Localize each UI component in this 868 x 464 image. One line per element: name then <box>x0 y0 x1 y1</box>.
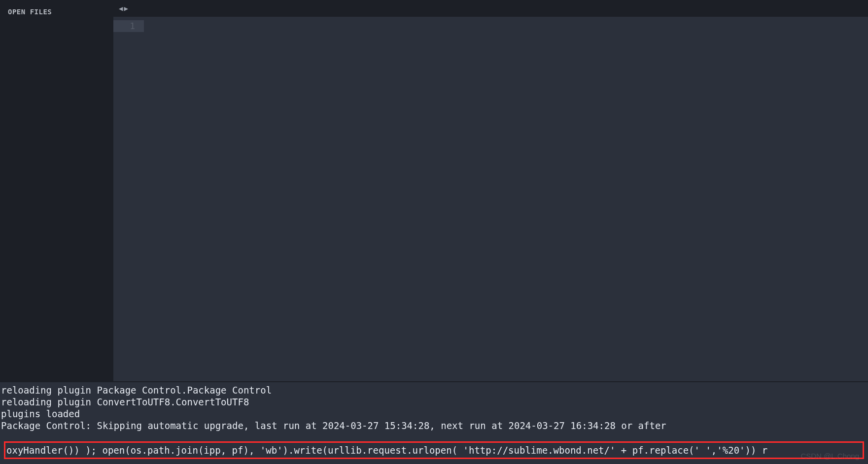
console-input-text: oxyHandler()) ); open(os.path.join(ipp, … <box>5 444 767 456</box>
next-tab-icon[interactable]: ▶ <box>123 5 128 12</box>
open-files-header: OPEN FILES <box>0 5 113 21</box>
line-number: 1 <box>113 20 144 32</box>
console-line: Package Control: Skipping automatic upgr… <box>0 420 868 431</box>
prev-tab-icon[interactable]: ◀ <box>118 5 123 12</box>
console-line: plugins loaded <box>0 408 868 420</box>
console-line: reloading plugin ConvertToUTF8.ConvertTo… <box>0 396 868 408</box>
console-panel: reloading plugin Package Control.Package… <box>0 381 868 464</box>
console-spacer <box>0 431 868 441</box>
main-column: ◀ ▶ 1 <box>113 0 868 381</box>
code-area[interactable] <box>144 17 868 381</box>
workspace: OPEN FILES ◀ ▶ 1 <box>0 0 868 381</box>
sidebar: OPEN FILES <box>0 0 113 381</box>
console-input[interactable]: oxyHandler()) ); open(os.path.join(ipp, … <box>4 441 864 459</box>
tab-nav: ◀ ▶ <box>118 5 129 12</box>
tab-bar: ◀ ▶ <box>113 0 868 17</box>
editor[interactable]: 1 <box>113 17 868 381</box>
console-line: reloading plugin Package Control.Package… <box>0 384 868 396</box>
gutter: 1 <box>113 17 144 381</box>
